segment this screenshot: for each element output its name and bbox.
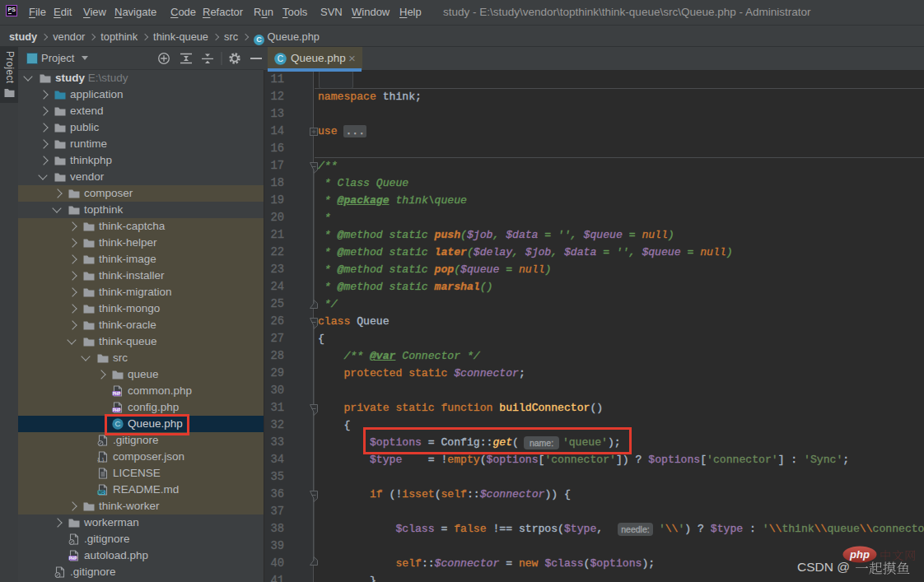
svg-text:MD: MD — [98, 491, 105, 495]
svg-text:{..}: {..} — [97, 457, 105, 463]
svg-text:PHP: PHP — [69, 556, 77, 561]
svg-text:PHP: PHP — [113, 408, 120, 412]
svg-text:PHP: PHP — [113, 392, 120, 396]
svg-text:C: C — [278, 54, 283, 63]
svg-text:php: php — [849, 548, 870, 561]
